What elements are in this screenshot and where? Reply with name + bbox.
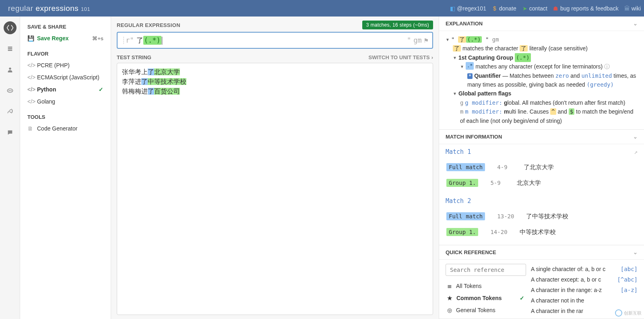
caret-icon[interactable]: ▼: [460, 62, 464, 70]
regex-flags[interactable]: " gm ⚑: [407, 36, 428, 44]
cat-common-tokens[interactable]: ★Common Tokens✓: [446, 292, 526, 304]
nav-settings-icon[interactable]: [4, 105, 17, 118]
regex-input[interactable]: ┊r" 了(.*) " gm ⚑: [117, 32, 433, 49]
code-icon: </>: [27, 74, 33, 81]
code-icon: </>: [27, 86, 33, 93]
tools-header: TOOLS: [20, 112, 111, 122]
stack-icon: ≣: [447, 283, 452, 289]
chevron-right-icon: ›: [431, 54, 433, 60]
code-icon: </>: [27, 98, 33, 105]
match-badge: 3 matches, 16 steps (~0ms): [362, 21, 433, 29]
cat-general-tokens[interactable]: ◎General Tokens: [446, 304, 526, 316]
ref-item[interactable]: A character not in the: [531, 295, 638, 306]
save-share-header: SAVE & SHARE: [20, 21, 111, 32]
nav-account-icon[interactable]: [4, 63, 17, 76]
explanation-body: ▼ " 了(.*) " gm 了 matches the character 了…: [439, 31, 644, 129]
nav-debugger-icon[interactable]: [4, 84, 17, 97]
link-twitter[interactable]: ◧@regex101: [450, 5, 486, 12]
collapse-icon[interactable]: ⌄: [633, 134, 638, 140]
match-info-header: MATCH INFORMATION: [446, 134, 502, 140]
ref-item[interactable]: A character in the range: a-z[a-z]: [531, 285, 638, 295]
link-bugs[interactable]: ☗bug reports & feedback: [553, 5, 619, 12]
code-generator[interactable]: 🗎Code Generator: [20, 122, 111, 135]
export-icon[interactable]: ↗: [634, 148, 638, 155]
check-icon: ✓: [99, 86, 103, 93]
link-donate[interactable]: $donate: [492, 5, 516, 12]
match-info-body: Match 1↗ Full match4-9了北京大学 Group 1.5-9北…: [439, 144, 644, 245]
file-icon: 🗎: [27, 125, 33, 132]
test-header: TEST STRING: [117, 54, 151, 60]
flavor-python[interactable]: </>Python✓: [20, 83, 111, 95]
nav-library-icon[interactable]: [4, 42, 17, 55]
help-icon[interactable]: ⓘ: [604, 62, 610, 71]
flavor-pcre[interactable]: </>PCRE (PHP): [20, 59, 111, 71]
twitter-icon: ◧: [450, 6, 455, 11]
center-panel: REGULAR EXPRESSION 3 matches, 16 steps (…: [111, 17, 439, 319]
test-input[interactable]: 张华考上了北京大学 李萍进了中等技术学校 韩梅梅进了百货公司: [117, 63, 433, 315]
check-icon: ✓: [520, 295, 524, 301]
nav-regex-icon[interactable]: [4, 21, 17, 34]
regex-header: REGULAR EXPRESSION: [117, 22, 180, 28]
svg-point-2: [8, 90, 10, 91]
link-contact[interactable]: ➤contact: [522, 5, 547, 12]
match-row: Group 1.5-9北京大学: [446, 175, 637, 191]
match-row: Group 1.14-20中等技术学校: [446, 224, 637, 240]
target-icon: ◎: [447, 307, 452, 313]
search-reference-input[interactable]: [446, 264, 526, 276]
right-panel: EXPLANATION⌄ ▼ " 了(.*) " gm 了 matches th…: [439, 17, 644, 319]
collapse-icon[interactable]: ⌄: [633, 249, 638, 255]
save-shortcut: ⌘+s: [92, 35, 103, 41]
link-wiki[interactable]: 🏛wiki: [624, 5, 641, 12]
nav-chat-icon[interactable]: [4, 126, 17, 139]
ref-item[interactable]: A character in the rar: [531, 306, 638, 316]
svg-point-0: [9, 68, 11, 70]
svg-point-3: [10, 90, 11, 91]
svg-point-1: [7, 89, 13, 93]
bank-icon: 🏛: [624, 6, 630, 11]
flag-icon: ⚑: [424, 36, 428, 44]
ref-item[interactable]: A single character of: a, b or c[abc]: [531, 264, 638, 274]
flavor-golang[interactable]: </>Golang: [20, 95, 111, 108]
explanation-header: EXPLANATION: [446, 21, 483, 27]
save-regex-button[interactable]: 💾 Save Regex ⌘+s: [20, 32, 111, 44]
side-panel: SAVE & SHARE 💾 Save Regex ⌘+s FLAVOR </>…: [20, 17, 111, 319]
send-icon: ➤: [522, 6, 528, 11]
quick-ref-header: QUICK REFERENCE: [446, 249, 496, 255]
flavor-header: FLAVOR: [20, 48, 111, 59]
caret-icon[interactable]: ▼: [453, 89, 457, 97]
bug-icon: ☗: [553, 6, 559, 11]
regex-prefix: ┊r": [122, 36, 134, 44]
logo[interactable]: regular expressions 101: [8, 4, 90, 13]
dollar-icon: $: [492, 6, 497, 11]
caret-icon[interactable]: ▼: [453, 53, 457, 61]
star-icon: ★: [447, 295, 452, 301]
topbar: regular expressions 101 ◧@regex101 $dona…: [0, 0, 644, 17]
code-icon: </>: [27, 62, 33, 68]
iconbar: [0, 17, 20, 319]
collapse-icon[interactable]: ⌄: [633, 21, 638, 27]
ref-item[interactable]: A character except: a, b or c[^abc]: [531, 274, 638, 285]
switch-unit-tests[interactable]: SWITCH TO UNIT TESTS ›: [369, 54, 433, 60]
flavor-js[interactable]: </>ECMAScript (JavaScript): [20, 71, 111, 83]
cat-all-tokens[interactable]: ≣All Tokens: [446, 280, 526, 292]
top-links: ◧@regex101 $donate ➤contact ☗bug reports…: [450, 5, 641, 12]
save-icon: 💾: [27, 35, 33, 41]
match-row: Full match4-9了北京大学: [446, 160, 637, 175]
match-row: Full match13-20了中等技术学校: [446, 209, 637, 224]
caret-icon[interactable]: ▼: [446, 35, 450, 43]
